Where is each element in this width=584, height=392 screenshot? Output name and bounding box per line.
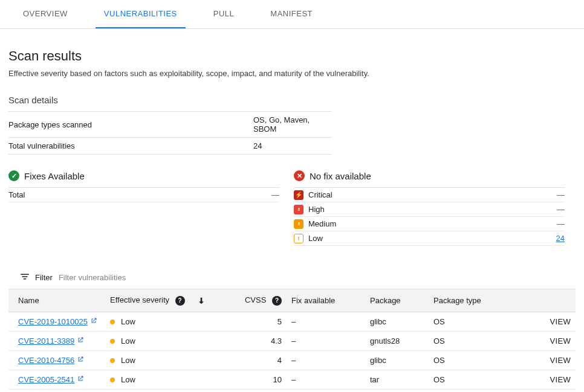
medium-label: Medium xyxy=(308,219,336,228)
filter-input[interactable] xyxy=(57,272,573,283)
low-label: Low xyxy=(308,234,323,243)
table-row: CVE-2011-3389Low4.3–gnutls28OSVIEW xyxy=(8,331,576,350)
no-fix-heading: No fix available xyxy=(310,171,371,181)
table-row: CVE-2019-1010025Low5–glibcOSVIEW xyxy=(8,312,576,331)
fixes-available-heading: Fixes Available xyxy=(24,171,85,181)
package-name: gnutls28 xyxy=(365,331,429,350)
help-icon[interactable] xyxy=(175,296,185,306)
fixes-total-value: — xyxy=(271,190,279,199)
table-row: CVE-2022-48303Low5.5–tarOSVIEW xyxy=(8,389,576,392)
cvss-score: 10 xyxy=(226,370,287,389)
fix-available: – xyxy=(287,331,365,350)
tab-bar: OVERVIEW VULNERABILITIES PULL MANIFEST xyxy=(0,0,584,29)
package-type: OS xyxy=(429,350,501,370)
col-name[interactable]: Name xyxy=(8,289,105,312)
filter-bar: Filter xyxy=(8,266,576,289)
filter-label: Filter xyxy=(35,273,53,282)
package-name: tar xyxy=(365,370,429,389)
fix-available: – xyxy=(287,350,365,370)
severity-text: Low xyxy=(121,375,135,384)
tab-pull[interactable]: PULL xyxy=(205,0,243,28)
col-package-type[interactable]: Package type xyxy=(429,289,501,312)
total-vulns-value: 24 xyxy=(253,138,332,155)
fixes-available-panel: Fixes Available Total — xyxy=(8,170,279,202)
open-in-new-icon xyxy=(77,336,84,345)
severity-high-icon xyxy=(294,205,303,214)
severity-dot-icon xyxy=(110,339,115,344)
severity-text: Low xyxy=(121,317,135,326)
cve-link[interactable]: CVE-2005-2541 xyxy=(18,375,84,384)
package-type: OS xyxy=(429,389,501,392)
critical-label: Critical xyxy=(308,190,333,199)
col-fix-available[interactable]: Fix available xyxy=(287,289,365,312)
medium-count: — xyxy=(557,219,565,228)
package-types-value: OS, Go, Maven, SBOM xyxy=(253,112,332,138)
severity-low-icon xyxy=(294,234,303,243)
package-types-label: Package types scanned xyxy=(8,112,253,138)
tab-vulnerabilities[interactable]: VULNERABILITIES xyxy=(96,0,186,28)
cvss-score: 5.5 xyxy=(226,389,287,392)
package-name: glibc xyxy=(365,350,429,370)
col-effective-severity[interactable]: Effective severity xyxy=(105,289,226,312)
severity-critical-icon xyxy=(294,190,303,200)
cvss-score: 5 xyxy=(226,312,287,331)
fix-available: – xyxy=(287,389,365,392)
package-type: OS xyxy=(429,370,501,389)
page-subtitle: Effective severity based on factors such… xyxy=(8,69,576,78)
no-fix-panel: No fix available Critical — High — Mediu… xyxy=(294,170,565,246)
filter-list-icon xyxy=(19,271,30,284)
severity-text: Low xyxy=(121,336,135,345)
col-package[interactable]: Package xyxy=(365,289,429,312)
fix-available: – xyxy=(287,370,365,389)
severity-dot-icon xyxy=(110,358,115,363)
total-vulns-label: Total vulnerabilities xyxy=(8,138,253,155)
scan-details-table: Package types scanned OS, Go, Maven, SBO… xyxy=(8,111,332,155)
vulnerabilities-table: Name Effective severity CVSS Fix availab… xyxy=(8,289,576,392)
page-title: Scan results xyxy=(8,48,576,64)
col-actions xyxy=(501,289,576,312)
tab-manifest[interactable]: MANIFEST xyxy=(262,0,321,28)
cvss-score: 4.3 xyxy=(226,331,287,350)
package-name: tar xyxy=(365,389,429,392)
open-in-new-icon xyxy=(90,317,97,326)
severity-medium-icon xyxy=(294,219,303,229)
cve-link[interactable]: CVE-2010-4756 xyxy=(18,356,84,365)
check-circle-icon xyxy=(8,170,19,181)
cve-link[interactable]: CVE-2019-1010025 xyxy=(18,317,97,326)
high-count: — xyxy=(557,205,565,214)
severity-dot-icon xyxy=(110,378,115,382)
fix-available: – xyxy=(287,312,365,331)
help-icon[interactable] xyxy=(272,296,282,306)
critical-count: — xyxy=(557,190,565,199)
severity-dot-icon xyxy=(110,320,115,324)
table-row: CVE-2005-2541Low10–tarOSVIEW xyxy=(8,370,576,389)
sort-desc-icon[interactable] xyxy=(196,296,206,306)
view-button[interactable]: VIEW xyxy=(550,336,571,345)
cve-link[interactable]: CVE-2011-3389 xyxy=(18,336,84,345)
col-cvss-label: CVSS xyxy=(245,295,266,304)
open-in-new-icon xyxy=(77,356,84,365)
package-type: OS xyxy=(429,312,501,331)
cross-circle-icon xyxy=(294,170,305,181)
low-count-link[interactable]: 24 xyxy=(556,234,565,243)
severity-text: Low xyxy=(121,356,135,365)
col-cvss[interactable]: CVSS xyxy=(226,289,287,312)
high-label: High xyxy=(308,205,325,214)
package-name: glibc xyxy=(365,312,429,331)
table-row: CVE-2010-4756Low4–glibcOSVIEW xyxy=(8,350,576,370)
scan-details-heading: Scan details xyxy=(8,95,576,105)
cvss-score: 4 xyxy=(226,350,287,370)
fixes-total-label: Total xyxy=(8,190,25,199)
view-button[interactable]: VIEW xyxy=(550,356,571,365)
open-in-new-icon xyxy=(77,375,84,384)
view-button[interactable]: VIEW xyxy=(550,317,571,326)
col-sev-label: Effective severity xyxy=(110,295,169,304)
view-button[interactable]: VIEW xyxy=(550,375,571,384)
tab-overview[interactable]: OVERVIEW xyxy=(15,0,76,28)
package-type: OS xyxy=(429,331,501,350)
